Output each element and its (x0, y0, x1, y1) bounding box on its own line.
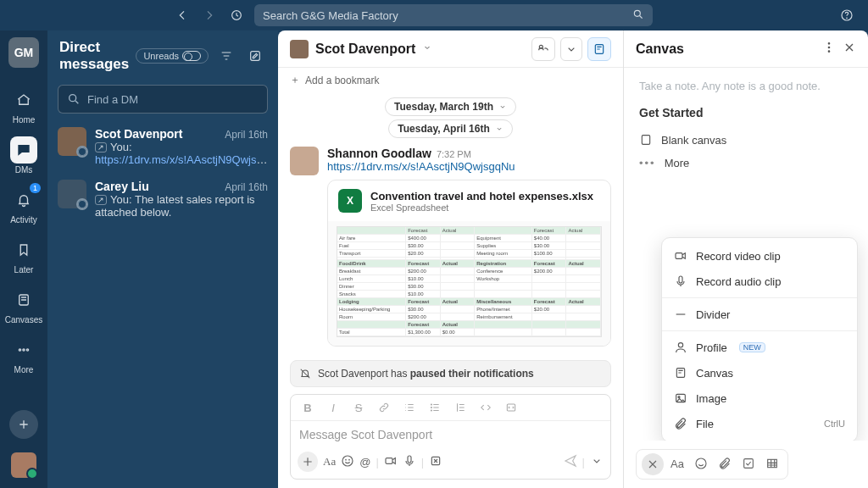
canvas-table-button[interactable] (762, 453, 782, 474)
svg-point-23 (828, 51, 829, 52)
popup-canvas[interactable]: Canvas (662, 360, 857, 385)
rail-activity[interactable]: 1 Activity (0, 183, 47, 228)
nav-forward-button[interactable] (198, 4, 220, 26)
svg-rect-32 (744, 459, 754, 469)
conversation-header: Scot Davenport (278, 30, 623, 68)
conversation-title[interactable]: Scot Davenport (315, 42, 415, 57)
rail-home[interactable]: Home (0, 83, 47, 128)
canvas-format-button[interactable]: Aa (667, 453, 687, 474)
rail-dms[interactable]: DMs (0, 133, 47, 178)
chevron-down-icon (495, 125, 504, 133)
svg-point-3 (847, 18, 848, 19)
audio-button[interactable] (403, 454, 416, 470)
strike-button[interactable]: S (348, 398, 369, 417)
date-divider[interactable]: Tuesday, March 19th (385, 97, 516, 116)
bell-off-icon (299, 368, 311, 380)
popup-record-audio[interactable]: Record audio clip (662, 269, 857, 294)
get-started-heading: Get Started (639, 106, 853, 119)
message-link[interactable]: https://1drv.ms/x/s!AAsctjN9QwjsgqNu (327, 160, 515, 173)
message-author[interactable]: Shannon Goodlaw (327, 147, 431, 160)
file-attachment[interactable]: X Convention travel and hotel expenses.x… (327, 180, 611, 347)
canvas-checklist-button[interactable] (738, 453, 759, 474)
dm-item-scot[interactable]: Scot DavenportApril 16th ↗You: https://1… (47, 120, 278, 173)
canvas-emoji-button[interactable] (691, 453, 711, 474)
rail-canvases[interactable]: Canvases (0, 283, 47, 328)
popup-image[interactable]: Image (662, 385, 857, 411)
rail-new-button[interactable] (9, 410, 38, 439)
canvas-placeholder[interactable]: Take a note. Any note is a good note. (639, 80, 853, 92)
plus-icon: ＋ (290, 73, 300, 87)
nav-rail: GM Home DMs 1 Activity Later Canvases Mo… (0, 30, 47, 488)
code-button[interactable] (476, 398, 496, 417)
svg-rect-26 (679, 276, 682, 283)
rail-more[interactable]: More (0, 333, 47, 378)
rail-later[interactable]: Later (0, 233, 47, 278)
video-button[interactable] (384, 454, 398, 470)
send-options[interactable] (590, 454, 604, 470)
canvas-close-button[interactable] (843, 41, 856, 57)
svg-rect-8 (251, 52, 260, 61)
message-list: Tuesday, March 19th Tuesday, April 16th … (278, 92, 623, 352)
svg-rect-24 (642, 136, 649, 145)
huddle-button[interactable] (531, 37, 555, 61)
svg-point-12 (431, 407, 431, 408)
canvas-toggle-button[interactable] (587, 37, 611, 61)
more-icon (10, 336, 37, 363)
compose-button[interactable] (244, 45, 266, 67)
workspace-switcher[interactable]: GM (8, 37, 39, 68)
composer-input[interactable]: Message Scot Davenport (291, 421, 610, 448)
nav-back-button[interactable] (171, 4, 193, 26)
codeblock-button[interactable] (501, 398, 521, 417)
more-templates-button[interactable]: •••More (639, 152, 853, 175)
top-bar: Search G&G Media Factory (0, 0, 868, 30)
svg-point-27 (678, 343, 682, 347)
svg-point-21 (828, 43, 829, 44)
dm-search-input[interactable]: Find a DM (58, 85, 268, 114)
link-button[interactable] (374, 398, 394, 417)
blank-canvas-button[interactable]: Blank canvas (639, 128, 853, 152)
attachment-source: Added by OneDrive and SharePoint (364, 350, 611, 352)
message-composer[interactable]: B I S Message Scot Davenport Aa @ | | (290, 394, 611, 480)
add-bookmark-button[interactable]: ＋Add a bookmark (278, 68, 623, 92)
bookmark-icon (10, 236, 37, 263)
composer-plus-button[interactable] (298, 452, 318, 472)
huddle-dropdown[interactable] (560, 37, 582, 61)
canvas-insert-toggle[interactable] (642, 453, 664, 475)
history-button[interactable] (225, 4, 248, 26)
mention-button[interactable]: @ (359, 456, 370, 469)
popup-record-video[interactable]: Record video clip (662, 243, 857, 269)
svg-rect-18 (386, 458, 392, 463)
emoji-button[interactable] (341, 454, 354, 470)
canvas-menu-button[interactable] (822, 41, 836, 57)
date-divider[interactable]: Tuesday, April 16th (388, 119, 512, 138)
format-toggle-button[interactable]: Aa (323, 455, 336, 469)
svg-point-16 (346, 459, 347, 460)
popup-divider[interactable]: Divider (662, 302, 857, 327)
popup-profile[interactable]: ProfileNEW (662, 335, 857, 360)
user-avatar[interactable] (11, 452, 36, 478)
attachment-subtitle: Excel Spreadsheet (370, 202, 593, 213)
filter-button[interactable] (215, 45, 237, 67)
search-placeholder: Search G&G Media Factory (263, 9, 398, 22)
bold-button[interactable]: B (298, 398, 318, 417)
canvas-attach-button[interactable] (715, 453, 735, 474)
quote-button[interactable] (450, 398, 470, 417)
svg-point-31 (696, 458, 706, 469)
unreads-toggle[interactable]: Unreads (136, 48, 209, 64)
dm-sidebar: Direct messages Unreads Find a DM Scot D… (47, 30, 278, 488)
ol-button[interactable] (399, 398, 420, 417)
svg-point-1 (634, 10, 640, 16)
popup-file[interactable]: FileCtrlU (662, 411, 857, 436)
dm-preview: ↗You: The latest sales report is attache… (95, 193, 268, 219)
italic-button[interactable]: I (323, 398, 343, 417)
message-avatar[interactable] (290, 147, 319, 175)
global-search[interactable]: Search G&G Media Factory (254, 4, 653, 26)
conversation-pane: Scot Davenport ＋Add a bookmark Tuesday, … (278, 30, 624, 488)
search-icon (632, 8, 644, 23)
send-button[interactable] (564, 454, 577, 470)
help-button[interactable] (836, 4, 858, 26)
dm-item-carey[interactable]: Carey LiuApril 16th ↗You: The latest sal… (47, 173, 278, 225)
attachment-preview: ForecastActualForecastActual Air fare$40… (328, 221, 610, 346)
shortcut-button[interactable] (429, 454, 442, 470)
ul-button[interactable] (425, 398, 445, 417)
